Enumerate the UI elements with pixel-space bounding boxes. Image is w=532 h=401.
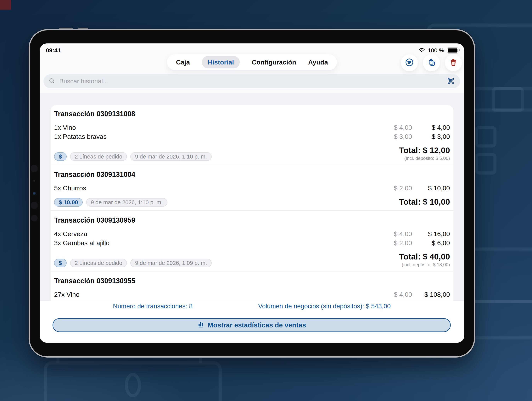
deposit-note: (incl. depósito: $ 18,00) (399, 262, 450, 267)
search-input[interactable] (59, 77, 443, 85)
order-line-unit-price: $ 4,00 (379, 230, 412, 238)
qr-scan-button[interactable] (447, 77, 455, 86)
search-icon (49, 77, 55, 85)
order-line-unit-price: $ 2,00 (379, 184, 412, 192)
date-badge: 9 de mar de 2026, 1:10 p. m. (130, 152, 211, 161)
wifi-icon (418, 48, 425, 53)
transaction-title: Transacción 0309131008 (54, 110, 450, 118)
order-line: 1x Patatas bravas $ 3,00 $ 3,00 (54, 132, 450, 141)
front-sensor-dot (31, 165, 38, 172)
show-sales-stats-label: Mostrar estadísticas de ventas (208, 321, 306, 329)
search-bar (44, 74, 460, 88)
front-camera-lens (33, 192, 36, 195)
order-lines-badge: 2 Líneas de pedido (70, 152, 127, 161)
top-navigation: Caja Historial Configuración Ayuda (40, 54, 464, 71)
order-line-total: $ 10,00 (412, 184, 450, 192)
order-line: 1x Vino $ 4,00 $ 4,00 (54, 123, 450, 132)
front-sensor-dot (31, 202, 38, 209)
ipad-device-frame: 09:41 100 % Caja Historial Configuración… (29, 29, 475, 357)
transaction-title: Transacción 0309130955 (54, 277, 450, 285)
order-line-unit-price: $ 3,00 (379, 133, 412, 140)
qr-scan-icon (447, 77, 455, 86)
order-line-total: $ 108,00 (412, 291, 450, 298)
tab-ayuda[interactable]: Ayuda (308, 58, 328, 66)
status-bar: 09:41 100 % (40, 44, 464, 55)
order-line: 5x Churros $ 2,00 $ 10,00 (54, 184, 450, 193)
order-line-item: 27x Vino (54, 291, 379, 298)
front-sensor-dot (33, 180, 35, 182)
summary-footer: Número de transacciones: 8 Volumen de ne… (40, 301, 464, 343)
battery-percent-label: 100 % (428, 47, 444, 54)
order-line-item: 4x Cerveza (54, 230, 379, 238)
order-line-total: $ 16,00 (412, 230, 450, 238)
transactions-card: Transacción 0309131008 1x Vino $ 4,00 $ … (51, 105, 453, 301)
share-icon (427, 58, 436, 68)
order-line: 3x Gambas al ajillo $ 2,00 $ 6,00 (54, 238, 450, 248)
battery-icon (447, 48, 458, 53)
order-line-unit-price: $ 2,00 (379, 239, 412, 247)
payment-currency-badge: $ (54, 259, 67, 267)
show-sales-stats-button[interactable]: Mostrar estadísticas de ventas (52, 318, 451, 332)
payment-currency-badge: $ (54, 152, 67, 161)
trash-icon (449, 58, 458, 67)
date-badge: 9 de mar de 2026, 1:10 p. m. (86, 198, 167, 207)
order-line: 4x Cerveza $ 4,00 $ 16,00 (54, 229, 450, 238)
transactions-count-label: Número de transacciones: 8 (113, 302, 193, 310)
front-sensor-dot (31, 215, 38, 221)
transaction-title: Transacción 0309130959 (54, 216, 450, 224)
status-time: 09:41 (46, 47, 61, 54)
order-line-item: 5x Churros (54, 184, 379, 192)
transaction-title: Transacción 0309131004 (54, 170, 450, 179)
filter-button[interactable] (401, 54, 418, 71)
transaction-total: Total: $ 10,00 (399, 197, 450, 207)
order-line-unit-price: $ 4,00 (379, 124, 412, 131)
order-lines-badge: 2 Líneas de pedido (70, 259, 127, 267)
order-line-item: 1x Vino (54, 124, 379, 131)
row-divider (51, 271, 453, 271)
order-line-unit-price: $ 4,00 (379, 291, 412, 298)
tab-historial[interactable]: Historial (202, 56, 240, 68)
transaction-row[interactable]: Transacción 0309131004 5x Churros $ 2,00… (54, 170, 450, 211)
app-screen: 09:41 100 % Caja Historial Configuración… (40, 44, 464, 343)
row-divider (51, 165, 453, 165)
order-line-total: $ 4,00 (412, 124, 450, 131)
export-button[interactable] (423, 54, 440, 71)
deposit-note: (incl. depósito: $ 5,00) (399, 156, 450, 161)
transaction-row[interactable]: Transacción 0309130955 27x Vino $ 4,00 $… (54, 277, 450, 299)
order-line-item: 3x Gambas al ajillo (54, 239, 379, 247)
corner-accent-square (0, 0, 11, 10)
payment-amount-badge: $ 10,00 (54, 198, 83, 207)
tab-caja[interactable]: Caja (176, 58, 190, 66)
date-badge: 9 de mar de 2026, 1:09 p. m. (130, 259, 211, 267)
tab-configuracion[interactable]: Configuración (252, 58, 296, 66)
turnover-label: Volumen de negocios (sin depósitos): $ 5… (258, 302, 391, 310)
order-line-total: $ 3,00 (412, 133, 450, 140)
filter-circle-icon (405, 58, 414, 68)
history-scroll-area[interactable]: Transacción 0309131008 1x Vino $ 4,00 $ … (40, 93, 464, 301)
row-divider (51, 210, 453, 211)
bar-chart-icon (197, 321, 204, 330)
order-line: 27x Vino $ 4,00 $ 108,00 (54, 290, 450, 299)
transaction-row[interactable]: Transacción 0309130959 4x Cerveza $ 4,00… (54, 216, 450, 271)
transaction-total: Total: $ 40,00 (399, 252, 450, 261)
order-line-item: 1x Patatas bravas (54, 133, 379, 140)
transaction-total: Total: $ 12,00 (399, 146, 450, 155)
order-line-total: $ 6,00 (412, 239, 450, 247)
transaction-row[interactable]: Transacción 0309131008 1x Vino $ 4,00 $ … (54, 110, 450, 165)
delete-button[interactable] (445, 54, 462, 71)
nav-segmented-control: Caja Historial Configuración Ayuda (167, 54, 337, 70)
